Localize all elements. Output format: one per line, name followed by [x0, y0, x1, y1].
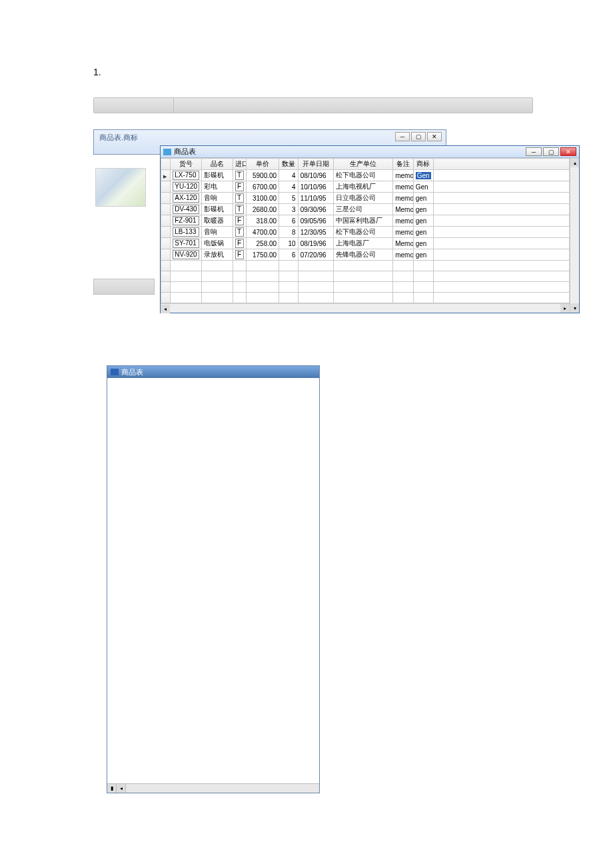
top-gray-bar [93, 97, 533, 113]
page-number: 1. [93, 67, 613, 77]
